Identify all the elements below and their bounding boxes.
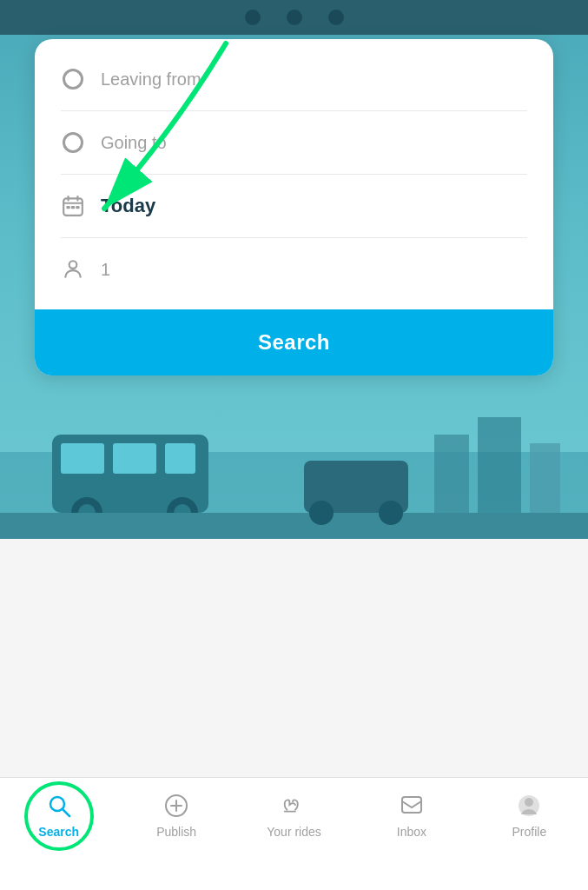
date-label: Today [101, 195, 155, 217]
circle-dot-icon-2 [63, 132, 83, 153]
date-row[interactable]: Today [61, 175, 527, 238]
svg-rect-14 [478, 417, 521, 513]
going-to-row[interactable]: Going to [61, 111, 527, 175]
svg-point-23 [69, 261, 77, 269]
svg-point-12 [379, 501, 403, 525]
svg-point-31 [525, 798, 533, 807]
top-bar [0, 0, 588, 35]
profile-nav-label: Profile [512, 825, 546, 839]
middle-area [0, 539, 588, 777]
card-rows: Leaving from Going to To [35, 39, 553, 309]
top-bar-dot [287, 10, 302, 25]
svg-line-26 [63, 809, 69, 816]
going-to-icon [61, 130, 85, 155]
svg-rect-21 [71, 206, 75, 209]
nav-item-publish[interactable]: Publish [117, 788, 235, 839]
svg-point-11 [309, 501, 334, 525]
passengers-row[interactable]: 1 [61, 238, 527, 301]
search-button[interactable]: Search [35, 309, 553, 375]
leaving-from-row[interactable]: Leaving from [61, 48, 527, 111]
svg-rect-15 [530, 443, 560, 513]
profile-nav-icon [515, 792, 543, 820]
search-nav-icon [45, 792, 73, 820]
svg-rect-13 [434, 435, 469, 513]
publish-nav-label: Publish [156, 825, 196, 839]
publish-nav-icon [162, 792, 190, 820]
svg-rect-9 [0, 513, 588, 539]
leaving-from-icon [61, 67, 85, 91]
nav-item-inbox[interactable]: Inbox [353, 788, 470, 839]
top-bar-dot [245, 10, 261, 25]
nav-item-search[interactable]: Search [0, 788, 117, 839]
inbox-nav-icon [398, 792, 426, 820]
your-rides-nav-icon [281, 792, 308, 820]
svg-rect-20 [66, 206, 69, 209]
circle-dot-icon [63, 69, 83, 90]
going-to-label: Going to [101, 133, 167, 153]
top-bar-dot [328, 10, 344, 25]
your-rides-nav-label: Your rides [267, 825, 321, 839]
search-card: Leaving from Going to To [35, 39, 553, 375]
nav-item-profile[interactable]: Profile [471, 788, 588, 839]
person-icon [61, 257, 85, 282]
nav-item-your-rides[interactable]: Your rides [235, 788, 353, 839]
bottom-nav: Search Publish Your rides [0, 777, 588, 890]
inbox-nav-label: Inbox [397, 825, 426, 839]
search-nav-label: Search [38, 825, 79, 839]
svg-rect-3 [113, 443, 156, 474]
leaving-from-label: Leaving from [101, 70, 202, 90]
svg-rect-22 [76, 206, 79, 209]
city-illustration [0, 400, 588, 539]
calendar-icon [61, 194, 85, 218]
svg-rect-4 [165, 443, 195, 474]
passenger-count: 1 [101, 260, 110, 280]
svg-rect-2 [61, 443, 104, 474]
